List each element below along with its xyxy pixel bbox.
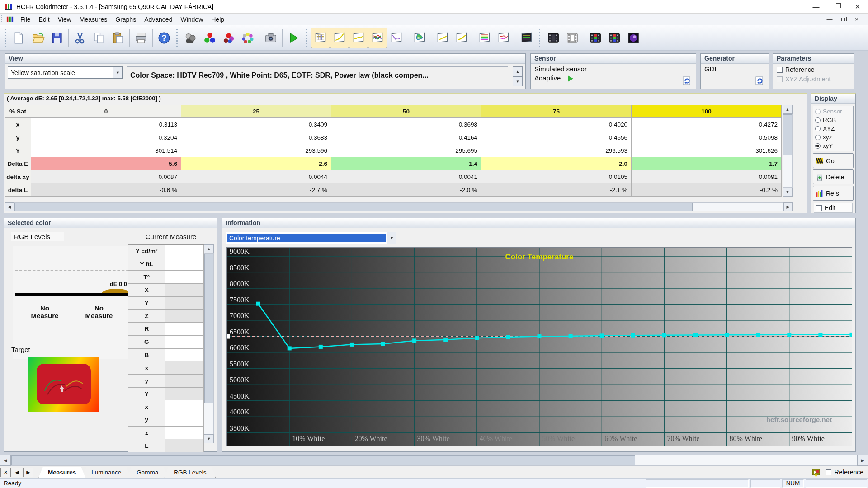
- measure-cell[interactable]: 301.514: [31, 144, 181, 157]
- measures-horizontal-scrollbar[interactable]: ◀ ▶: [5, 202, 793, 211]
- go-button[interactable]: Go: [813, 153, 854, 168]
- measure-cell[interactable]: 2.0: [481, 157, 632, 170]
- sensor-config-button[interactable]: [681, 75, 692, 86]
- display-option-XYZ[interactable]: XYZ: [815, 124, 851, 133]
- reference-checkbox-row[interactable]: Reference: [773, 64, 854, 73]
- menu-graphs[interactable]: Graphs: [111, 14, 140, 24]
- measure-cell[interactable]: 0.4164: [331, 131, 481, 144]
- measure-cell[interactable]: 0.4272: [632, 118, 782, 131]
- tab-measures[interactable]: Measures: [38, 467, 85, 478]
- generator-rgb-2-button[interactable]: [605, 28, 624, 48]
- reference-checkbox[interactable]: [777, 67, 783, 73]
- measure-cell[interactable]: 0.3409: [181, 118, 331, 131]
- measure-cell[interactable]: 0.3113: [31, 118, 181, 131]
- measure-cell[interactable]: 0.0091: [632, 170, 782, 183]
- information-view-select[interactable]: Color temperature ▼: [226, 232, 396, 244]
- measure-cell[interactable]: 0.0087: [31, 170, 181, 183]
- menu-edit[interactable]: Edit: [35, 14, 54, 24]
- measure-cell[interactable]: 295.695: [331, 144, 481, 157]
- scroll-thumb[interactable]: [14, 203, 693, 211]
- measure-cell[interactable]: 293.596: [181, 144, 331, 157]
- tab-close-icon[interactable]: ✕: [0, 468, 11, 477]
- tab-gamma[interactable]: Gamma: [127, 467, 168, 478]
- measure-cell[interactable]: 296.593: [481, 144, 632, 157]
- scroll-up-icon[interactable]: ▲: [783, 105, 793, 114]
- mdi-restore-button[interactable]: [838, 15, 848, 23]
- reference-toggle-row[interactable]: Reference: [826, 469, 863, 476]
- measure-cell[interactable]: 0.3683: [181, 131, 331, 144]
- view-rgb-levels-graph-button[interactable]: [368, 28, 387, 48]
- display-option-xyY[interactable]: xyY: [815, 141, 851, 150]
- measure-cell[interactable]: -2.7 %: [181, 183, 331, 197]
- measure-cell[interactable]: 0.3698: [331, 118, 481, 131]
- radio-icon[interactable]: [815, 126, 821, 131]
- capture-measure-button[interactable]: [261, 28, 280, 48]
- target-color-image[interactable]: [28, 357, 99, 412]
- measure-cell[interactable]: 0.0041: [331, 170, 481, 183]
- measure-cell[interactable]: 0.4020: [481, 118, 632, 131]
- menu-window[interactable]: Window: [176, 14, 207, 24]
- paste-button[interactable]: [108, 28, 127, 48]
- measure-colorchecker-button[interactable]: [238, 28, 257, 48]
- spin-down-icon[interactable]: ▼: [513, 76, 523, 86]
- new-document-button[interactable]: [9, 28, 28, 48]
- menu-measures[interactable]: Measures: [75, 14, 111, 24]
- close-button[interactable]: ✕: [847, 0, 868, 14]
- measure-grayscale-button[interactable]: [181, 28, 200, 48]
- edit-checkbox-row[interactable]: Edit: [814, 203, 853, 213]
- measure-cell[interactable]: 0.0044: [181, 170, 331, 183]
- scroll-thumb[interactable]: [11, 455, 635, 465]
- view-color-tracking-button[interactable]: [494, 28, 513, 48]
- view-satluminance-graph-button[interactable]: [475, 28, 494, 48]
- edit-checkbox[interactable]: [816, 205, 822, 211]
- spin-up-icon[interactable]: ▲: [513, 66, 523, 76]
- view-gamma-histo-button[interactable]: [452, 28, 471, 48]
- current-measure-scrollbar[interactable]: ▲ ▼: [204, 244, 214, 443]
- generator-status-icon[interactable]: [811, 467, 821, 477]
- scroll-up-icon[interactable]: ▲: [204, 244, 214, 253]
- scroll-down-icon[interactable]: ▼: [783, 188, 793, 197]
- scroll-thumb[interactable]: [204, 254, 213, 403]
- reference-toggle-checkbox[interactable]: [826, 469, 831, 475]
- view-luminance-graph-button[interactable]: [330, 28, 349, 48]
- display-option-RGB[interactable]: RGB: [815, 116, 851, 124]
- scroll-right-icon[interactable]: ▶: [857, 455, 868, 466]
- delete-button[interactable]: Delete: [813, 169, 854, 184]
- restore-button[interactable]: [826, 0, 847, 14]
- measure-cell[interactable]: -2.0 %: [331, 183, 481, 197]
- tab-scroll-right-icon[interactable]: ▶: [23, 468, 33, 477]
- measure-cell[interactable]: 0.0105: [481, 170, 632, 183]
- measure-cell[interactable]: 2.6: [181, 157, 331, 170]
- document-icon[interactable]: [6, 16, 14, 23]
- copy-button[interactable]: [90, 28, 108, 48]
- tab-rgb-levels[interactable]: RGB Levels: [164, 467, 216, 478]
- measure-cell[interactable]: 0.5098: [632, 131, 782, 144]
- cut-button[interactable]: [71, 28, 90, 48]
- tab-luminance[interactable]: Luminance: [82, 467, 131, 478]
- scroll-left-icon[interactable]: ◀: [5, 202, 14, 211]
- main-horizontal-scrollbar[interactable]: ◀ ▶: [0, 455, 868, 466]
- print-button[interactable]: [132, 28, 151, 48]
- scroll-right-icon[interactable]: ▶: [783, 202, 793, 211]
- measure-primaries-button[interactable]: [200, 28, 219, 48]
- measure-cell[interactable]: 1.4: [331, 157, 481, 170]
- video-pattern-light-button[interactable]: [563, 28, 582, 48]
- tab-scroll-left-icon[interactable]: ◀: [12, 468, 22, 477]
- measures-vertical-scrollbar[interactable]: ▲ ▼: [783, 105, 793, 197]
- measure-cell[interactable]: 5.6: [31, 157, 181, 170]
- help-button[interactable]: ?: [155, 28, 174, 48]
- menu-help[interactable]: Help: [207, 14, 228, 24]
- measure-cell[interactable]: 1.7: [632, 157, 782, 170]
- menu-file[interactable]: File: [16, 14, 35, 24]
- menu-view[interactable]: View: [54, 14, 75, 24]
- chart-mode-select[interactable]: Yellow saturation scale ▼: [8, 66, 123, 79]
- measure-cell[interactable]: -0.2 %: [632, 183, 782, 197]
- scroll-thumb[interactable]: [783, 114, 792, 155]
- measure-cell[interactable]: -0.6 %: [31, 183, 181, 197]
- video-pattern-dark-button[interactable]: [544, 28, 563, 48]
- refs-button[interactable]: Refs: [813, 186, 854, 201]
- view-measures-table-button[interactable]: [311, 28, 330, 48]
- generator-rgb-1-button[interactable]: [586, 28, 605, 48]
- scroll-left-icon[interactable]: ◀: [0, 455, 11, 466]
- view-nearblack-graph-button[interactable]: [387, 28, 406, 48]
